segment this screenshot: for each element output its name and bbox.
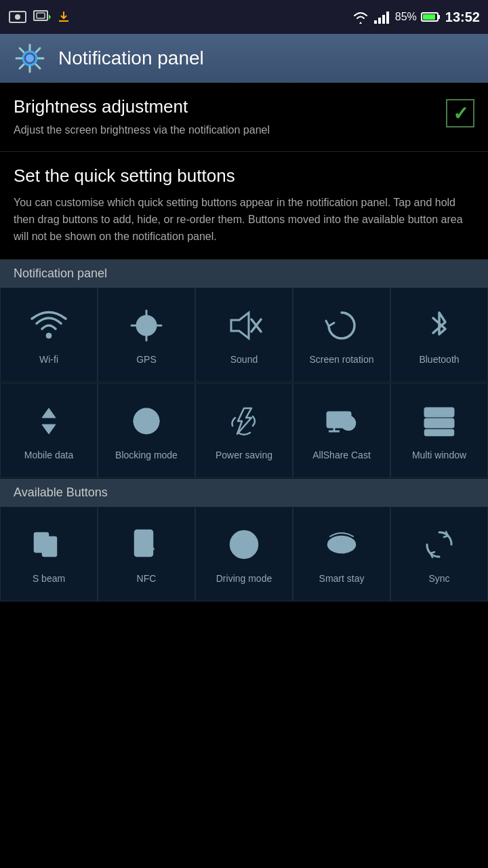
wifi-button[interactable]: Wi-fi [0,288,98,382]
sound-button-icon [224,305,264,346]
header: Notification panel [0,34,488,83]
notification-panel-label: Notification panel [0,260,488,288]
status-bar: 85% 13:52 [0,0,488,34]
svg-rect-44 [43,537,56,556]
wifi-button-icon [28,305,69,346]
svg-rect-5 [374,20,377,24]
mobile-data-button-icon [28,401,69,441]
wifi-status-icon [352,9,369,24]
gps-button-icon [126,305,167,346]
quick-settings-section: Set the quick setting buttons You can cu… [0,152,488,259]
screen-rotation-button[interactable]: Screen rotation [293,288,390,382]
svg-point-37 [347,422,350,425]
allshare-cast-label: AllShare Cast [312,450,371,461]
svg-rect-3 [37,13,45,18]
mobile-data-label: Mobile data [24,450,73,461]
bluetooth-label: Bluetooth [419,354,459,366]
status-right-icons: 85% 13:52 [352,9,480,25]
svg-line-19 [36,64,40,68]
sound-button[interactable]: Sound [195,288,293,382]
nfc-button[interactable]: NFC [98,507,195,601]
svg-rect-4 [59,20,68,22]
svg-point-23 [46,333,52,338]
svg-rect-6 [378,18,381,24]
screen-rotation-label: Screen rotation [310,354,374,366]
notification-panel-grid-row2: Mobile data Blocking mode Power saving [0,383,488,479]
svg-line-21 [20,64,24,68]
quick-settings-description: You can customise which quick setting bu… [14,195,474,245]
nfc-label: NFC [137,573,157,585]
multi-window-button-icon [419,401,460,441]
photo-icon [8,7,27,26]
signal-icon [373,9,391,24]
svg-point-25 [143,322,150,329]
sound-label: Sound [230,354,258,366]
multi-window-label: Multi window [412,450,466,461]
svg-rect-10 [438,15,440,19]
blocking-mode-button-icon [126,401,167,441]
svg-rect-40 [425,408,453,416]
available-buttons-grid: S beam NFC Driving mode [0,507,488,601]
blocking-mode-label: Blocking mode [115,450,178,461]
notification-panel-grid-row1: Wi-fi GPS Sound [0,288,488,383]
battery-percent: 85% [395,11,417,23]
mobile-data-button[interactable]: Mobile data [0,383,98,478]
svg-point-56 [340,542,344,547]
power-saving-button-icon [224,401,264,441]
svg-point-48 [240,540,248,549]
smart-stay-button-icon [321,524,362,565]
screen-icon [33,7,52,26]
gps-label: GPS [136,354,157,366]
bluetooth-button-icon [419,305,460,346]
svg-rect-8 [386,12,389,24]
nfc-button-icon [126,524,167,565]
sync-label: Sync [428,573,449,585]
brightness-description: Adjust the screen brightness via the not… [14,123,435,138]
blocking-mode-button[interactable]: Blocking mode [98,383,195,478]
svg-rect-41 [425,419,453,427]
svg-point-13 [26,54,34,62]
s-beam-label: S beam [33,573,65,585]
smart-stay-button[interactable]: Smart stay [293,507,390,601]
available-buttons-label: Available Buttons [0,479,488,507]
driving-mode-button-icon [224,524,264,565]
svg-rect-46 [139,552,148,556]
svg-point-1 [15,14,20,20]
svg-rect-2 [34,11,47,20]
sync-button-icon [419,524,460,565]
s-beam-button[interactable]: S beam [0,507,98,601]
svg-rect-42 [425,430,453,435]
allshare-cast-button-icon [321,401,362,441]
gps-button[interactable]: GPS [98,288,195,382]
svg-line-20 [36,48,40,52]
status-left-icons [8,7,70,26]
header-title: Notification panel [58,47,204,69]
driving-mode-label: Driving mode [216,573,272,585]
brightness-section: Brightness adjustment Adjust the screen … [0,83,488,152]
screen-rotation-button-icon [321,305,362,346]
power-saving-button[interactable]: Power saving [195,383,293,478]
clock: 13:52 [445,9,480,25]
brightness-checkbox[interactable]: ✓ [446,99,474,127]
quick-settings-title: Set the quick setting buttons [14,165,474,186]
allshare-cast-button[interactable]: AllShare Cast [293,383,390,478]
settings-icon [14,42,46,75]
driving-mode-button[interactable]: Driving mode [195,507,293,601]
smart-stay-label: Smart stay [319,573,365,585]
svg-line-18 [20,48,24,52]
s-beam-button-icon [28,524,69,565]
multi-window-button[interactable]: Multi window [390,383,488,478]
svg-rect-7 [382,15,385,24]
svg-rect-11 [423,14,435,20]
wifi-label: Wi-fi [39,354,58,366]
bluetooth-button[interactable]: Bluetooth [390,288,488,382]
brightness-title: Brightness adjustment [14,96,435,117]
battery-icon [421,11,441,23]
download-icon [57,10,70,24]
checkmark-icon: ✓ [453,102,468,125]
power-saving-label: Power saving [216,450,272,461]
sync-button[interactable]: Sync [390,507,488,601]
